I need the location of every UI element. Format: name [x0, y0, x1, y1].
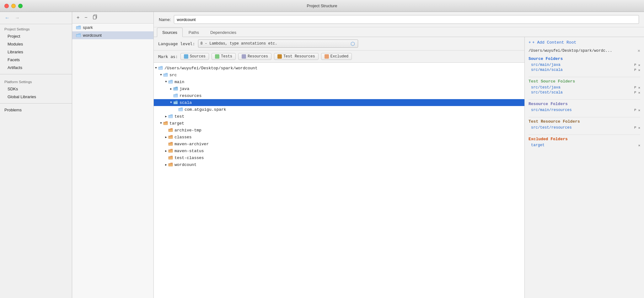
root-path-entry: /Users/wuyufei/Desktop/spark/wordc... ✕ — [529, 48, 640, 53]
test-source-folder-1-remove[interactable]: ✕ — [638, 86, 640, 90]
minimize-button[interactable] — [11, 4, 16, 8]
sidebar-item-artifacts[interactable]: Artifacts — [0, 64, 72, 72]
svg-rect-1 — [93, 16, 96, 19]
excluded-folder-entry-1: target ✕ — [529, 143, 640, 148]
add-module-button[interactable]: + — [75, 14, 81, 21]
mark-excluded-button[interactable]: Excluded — [321, 53, 352, 60]
sidebar-item-libraries[interactable]: Libraries — [0, 48, 72, 56]
tree-node-label: target — [169, 121, 184, 126]
tree-no-arrow — [174, 107, 178, 112]
folder-icon — [173, 100, 178, 105]
sidebar-item-project[interactable]: Project — [0, 32, 72, 40]
module-item-wordcount[interactable]: wordcount — [72, 31, 153, 39]
tests-dot-icon — [215, 54, 219, 59]
source-folder-2-remove[interactable]: ✕ — [638, 68, 640, 72]
sidebar-item-global-libraries[interactable]: Global Libraries — [0, 93, 72, 101]
back-button[interactable]: ← — [3, 14, 11, 21]
source-folder-2-edit[interactable]: P — [634, 68, 636, 72]
tree-node-3[interactable]: ▶ java — [154, 85, 524, 92]
sidebar-item-problems[interactable]: Problems — [0, 106, 72, 114]
tree-node-6[interactable]: com.atguigu.spark — [154, 106, 524, 113]
source-folder-2-actions: P ✕ — [634, 68, 640, 72]
tree-node-2[interactable]: ▼ main — [154, 78, 524, 85]
source-folder-1-edit[interactable]: P — [634, 63, 636, 67]
tree-expand-icon[interactable]: ▼ — [169, 100, 173, 105]
copy-module-button[interactable] — [91, 14, 99, 21]
tree-expand-icon[interactable]: ▶ — [164, 162, 168, 167]
language-level-select[interactable]: 8 - Lambdas, type annotations etc. — [198, 40, 358, 48]
folder-icon — [173, 93, 178, 98]
tree-node-8[interactable]: ▼ target — [154, 120, 524, 127]
divider-2 — [529, 99, 640, 100]
tree-node-label: wordcount — [174, 162, 196, 167]
tree-expand-icon[interactable]: ▶ — [164, 148, 168, 153]
sidebar: ← → Project Settings Project Modules Lib… — [0, 12, 72, 298]
test-source-folders-category: Test Source Folders src/test/java P ✕ sr… — [529, 79, 640, 95]
sidebar-divider-2 — [0, 103, 72, 104]
tree-expand-icon[interactable]: ▶ — [164, 135, 168, 140]
source-folders-title: Source Folders — [529, 56, 640, 61]
mark-testresources-button[interactable]: Test Resources — [274, 53, 319, 60]
tab-paths[interactable]: Paths — [183, 28, 204, 37]
folder-icon — [168, 156, 173, 160]
maximize-button[interactable] — [18, 4, 23, 8]
forward-button[interactable]: → — [13, 14, 21, 21]
tab-dependencies[interactable]: Dependencies — [205, 28, 242, 37]
folder-icon — [168, 142, 173, 146]
test-source-folder-1-edit[interactable]: P — [634, 86, 636, 89]
tab-sources[interactable]: Sources — [157, 28, 183, 37]
tree-expand-icon[interactable]: ▶ — [164, 114, 168, 119]
window-controls[interactable] — [4, 4, 23, 8]
folder-icon — [168, 149, 173, 153]
file-tree[interactable]: ▼ /Users/wuyufei/Desktop/spark/wordcount… — [154, 63, 524, 298]
mark-sources-button[interactable]: Sources — [180, 53, 209, 60]
remove-module-button[interactable]: − — [83, 14, 89, 21]
name-label: Name: — [159, 17, 171, 22]
tree-expand-icon[interactable]: ▼ — [159, 121, 163, 126]
sidebar-item-modules[interactable]: Modules — [0, 40, 72, 48]
test-resource-folder-1-remove[interactable]: ✕ — [638, 126, 640, 130]
name-input[interactable] — [174, 15, 639, 24]
folder-icon — [163, 73, 168, 77]
test-source-folder-1-actions: P ✕ — [634, 86, 640, 90]
tree-node-label: scala — [180, 100, 192, 105]
mark-tests-button[interactable]: Tests — [212, 53, 236, 60]
resource-folder-1-edit[interactable]: P — [634, 108, 636, 112]
tree-node-7[interactable]: ▶ test — [154, 113, 524, 120]
language-bar: Language level: 8 - Lambdas, type annota… — [154, 37, 524, 51]
tree-node-5[interactable]: ▼ scala — [154, 99, 524, 106]
sidebar-item-sdks[interactable]: SDKs — [0, 85, 72, 93]
excluded-folder-1-remove[interactable]: ✕ — [638, 143, 640, 147]
tree-expand-icon[interactable]: ▼ — [164, 79, 168, 84]
tree-expand-icon[interactable]: ▼ — [154, 66, 158, 71]
test-resource-folder-1-edit[interactable]: P — [634, 126, 636, 130]
tree-no-arrow — [169, 93, 173, 98]
source-folder-1-remove[interactable]: ✕ — [638, 63, 640, 67]
tree-node-10[interactable]: ▶ classes — [154, 134, 524, 141]
resource-folder-1-remove[interactable]: ✕ — [638, 108, 640, 112]
tree-expand-icon[interactable]: ▶ — [169, 86, 173, 91]
sources-content: Language level: 8 - Lambdas, type annota… — [154, 37, 644, 298]
module-item-spark[interactable]: spark — [72, 24, 153, 31]
tree-node-label: src — [169, 73, 177, 77]
tree-node-12[interactable]: ▶ maven-status — [154, 147, 524, 154]
tree-node-9[interactable]: archive-tmp — [154, 127, 524, 134]
tree-node-label: com.atguigu.spark — [185, 107, 226, 112]
tree-node-11[interactable]: maven-archiver — [154, 141, 524, 147]
tree-node-0[interactable]: ▼ /Users/wuyufei/Desktop/spark/wordcount — [154, 65, 524, 72]
close-button[interactable] — [4, 4, 9, 8]
tree-node-13[interactable]: test-classes — [154, 154, 524, 161]
test-source-folder-2-remove[interactable]: ✕ — [638, 91, 640, 95]
tree-expand-icon[interactable]: ▼ — [159, 72, 163, 77]
test-source-folder-2-edit[interactable]: P — [634, 91, 636, 94]
root-close-button[interactable]: ✕ — [638, 48, 640, 53]
mark-as-bar: Mark as: Sources Tests Resources — [154, 51, 524, 63]
tree-node-14[interactable]: ▶ wordcount — [154, 161, 524, 168]
add-content-root-button[interactable]: + + Add Content Root — [529, 40, 640, 45]
tree-node-1[interactable]: ▼ src — [154, 72, 524, 78]
tree-node-label: archive-tmp — [174, 128, 201, 133]
mark-resources-button[interactable]: Resources — [238, 53, 271, 60]
divider-3 — [529, 117, 640, 117]
sidebar-item-facets[interactable]: Facets — [0, 56, 72, 64]
tree-node-4[interactable]: resources — [154, 92, 524, 99]
